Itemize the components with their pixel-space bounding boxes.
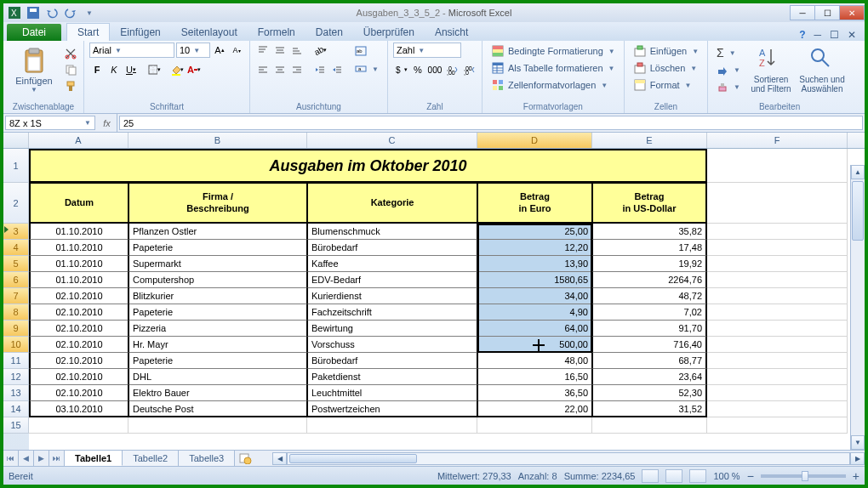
column-header-B[interactable]: B	[128, 133, 307, 148]
data-cell[interactable]: 19,92	[592, 256, 707, 272]
find-select-button[interactable]: Suchen und Auswählen	[798, 43, 846, 97]
row-header-1[interactable]: 1	[3, 149, 29, 183]
increase-indent-icon[interactable]	[329, 62, 345, 77]
save-icon[interactable]	[26, 5, 41, 20]
data-cell[interactable]: 7,02	[592, 304, 707, 321]
data-cell[interactable]: 13,90	[477, 256, 592, 272]
data-cell[interactable]: 02.10.2010	[29, 321, 128, 337]
row-header-14[interactable]: 14	[3, 401, 29, 417]
align-right-icon[interactable]	[289, 62, 305, 77]
data-cell[interactable]: Papeterie	[128, 304, 307, 321]
column-header-A[interactable]: A	[29, 133, 128, 148]
cell[interactable]	[128, 417, 307, 434]
cell[interactable]	[307, 417, 477, 434]
conditional-formatting-button[interactable]: Bedingte Formatierung▼	[488, 43, 619, 60]
font-family-combo[interactable]: Arial▼	[89, 43, 174, 58]
percent-icon[interactable]: %	[410, 62, 425, 77]
paste-button[interactable]: Einfügen ▼	[9, 43, 60, 97]
redo-icon[interactable]	[63, 5, 78, 20]
view-page-layout-icon[interactable]	[665, 469, 682, 483]
data-cell[interactable]: Kaffee	[307, 256, 477, 272]
maximize-button[interactable]: ☐	[814, 5, 840, 20]
row-header-3[interactable]: 3	[3, 224, 29, 240]
restore-window-icon[interactable]: ☐	[830, 29, 839, 41]
view-normal-icon[interactable]	[642, 469, 659, 483]
scroll-left-icon[interactable]: ◀	[272, 452, 287, 465]
tab-file[interactable]: Datei	[7, 24, 61, 41]
zoom-slider-handle[interactable]	[802, 471, 808, 481]
close-button[interactable]: ✕	[839, 5, 865, 20]
column-header-C[interactable]: C	[307, 133, 477, 148]
data-cell[interactable]: 31,52	[592, 401, 707, 417]
autosum-button[interactable]: Σ▼	[713, 44, 744, 61]
row-header-7[interactable]: 7	[3, 288, 29, 304]
data-cell[interactable]: 16,50	[477, 369, 592, 385]
cell[interactable]	[707, 256, 848, 272]
data-cell[interactable]: 48,00	[477, 353, 592, 369]
border-icon[interactable]: ▾	[146, 62, 162, 77]
cell[interactable]	[592, 417, 707, 434]
row-header-11[interactable]: 11	[3, 353, 29, 369]
sheet-tab-3[interactable]: Tabelle3	[179, 451, 235, 466]
row-header-4[interactable]: 4	[3, 240, 29, 256]
data-cell[interactable]: Deutsche Post	[128, 401, 307, 417]
data-cell[interactable]: Hr. Mayr	[128, 337, 307, 353]
row-header-9[interactable]: 9	[3, 321, 29, 337]
data-cell[interactable]: 02.10.2010	[29, 385, 128, 401]
sort-filter-button[interactable]: AZ Sortieren und Filtern	[747, 43, 795, 97]
data-cell[interactable]: Supermarkt	[128, 256, 307, 272]
scroll-right-icon[interactable]: ▶	[850, 452, 865, 465]
data-cell[interactable]: 1580,65	[477, 272, 592, 288]
data-cell[interactable]: 4,90	[477, 304, 592, 321]
data-cell[interactable]: Vorschuss	[307, 337, 477, 353]
data-cell[interactable]: 02.10.2010	[29, 337, 128, 353]
cell[interactable]	[707, 353, 848, 369]
data-cell[interactable]: 17,48	[592, 240, 707, 256]
horizontal-scrollbar[interactable]: ◀ ▶	[272, 451, 865, 466]
data-cell[interactable]: 36,50	[477, 385, 592, 401]
decrease-font-icon[interactable]: A▾	[229, 43, 244, 58]
qa-dropdown-icon[interactable]: ▼	[82, 5, 97, 20]
align-middle-icon[interactable]	[272, 43, 288, 58]
add-sheet-icon[interactable]	[235, 451, 255, 466]
data-cell[interactable]: 01.10.2010	[29, 256, 128, 272]
cell[interactable]	[707, 183, 848, 224]
data-cell[interactable]: 64,00	[477, 321, 592, 337]
tab-einfuegen[interactable]: Einfügen	[110, 24, 170, 41]
insert-cells-button[interactable]: Einfügen▼	[630, 43, 702, 60]
data-cell[interactable]: 01.10.2010	[29, 272, 128, 288]
row-header-2[interactable]: 2	[3, 183, 29, 224]
orientation-icon[interactable]: ab▾	[312, 43, 328, 58]
font-color-icon[interactable]: A▾	[186, 62, 202, 77]
merge-center-button[interactable]: a▼	[351, 60, 382, 77]
data-cell[interactable]: 02.10.2010	[29, 353, 128, 369]
cell[interactable]	[707, 304, 848, 321]
scroll-thumb-vertical[interactable]	[852, 181, 864, 241]
format-painter-icon[interactable]	[63, 78, 78, 94]
data-cell[interactable]: Fachzeitschrift	[307, 304, 477, 321]
cell[interactable]	[707, 272, 848, 288]
data-cell[interactable]: DHL	[128, 369, 307, 385]
data-cell[interactable]: Postwertzeichen	[307, 401, 477, 417]
row-header-6[interactable]: 6	[3, 272, 29, 288]
data-cell[interactable]: Papeterie	[128, 240, 307, 256]
table-header[interactable]: Firma / Beschreibung	[128, 183, 307, 224]
data-cell[interactable]: Leuchtmittel	[307, 385, 477, 401]
copy-icon[interactable]	[63, 62, 78, 77]
data-cell[interactable]: Blumenschmuck	[307, 224, 477, 240]
scroll-up-icon[interactable]: ▲	[851, 165, 865, 179]
excel-icon[interactable]: X	[7, 5, 22, 20]
data-cell[interactable]: 716,40	[592, 337, 707, 353]
data-cell[interactable]: 22,00	[477, 401, 592, 417]
table-header[interactable]: Kategorie	[307, 183, 477, 224]
formula-input[interactable]: 25	[119, 116, 863, 130]
data-cell[interactable]: 03.10.2010	[29, 401, 128, 417]
view-page-break-icon[interactable]	[689, 469, 706, 483]
sheet-tab-1[interactable]: Tabelle1	[65, 451, 123, 466]
data-cell[interactable]: 23,64	[592, 369, 707, 385]
format-as-table-button[interactable]: Als Tabelle formatieren▼	[488, 60, 619, 77]
cell[interactable]	[29, 417, 128, 434]
data-cell[interactable]: Pizzeria	[128, 321, 307, 337]
data-cell[interactable]: 35,82	[592, 224, 707, 240]
data-cell[interactable]: 02.10.2010	[29, 288, 128, 304]
